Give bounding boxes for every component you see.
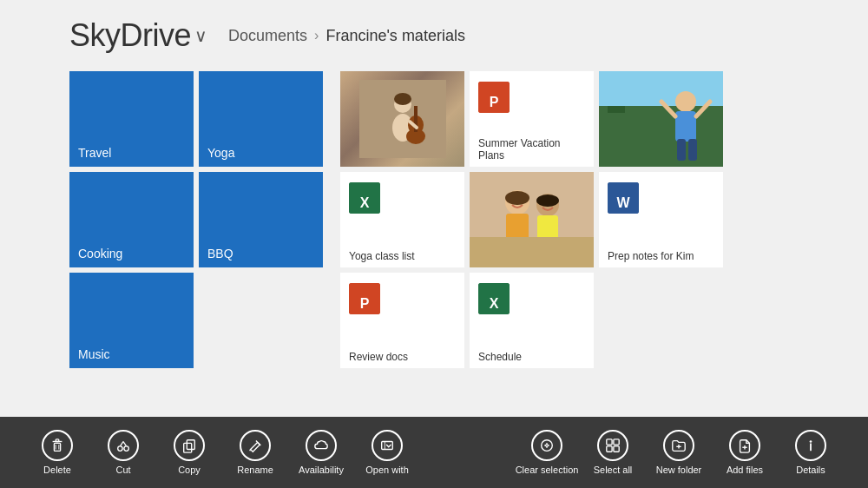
ppt-icon-2-svg: P <box>349 283 380 314</box>
folder-label: Travel <box>78 146 111 160</box>
women-photo-image <box>470 172 594 267</box>
ppt-icon-svg: P <box>478 82 510 113</box>
pencil-icon <box>240 430 271 461</box>
select-all-button[interactable]: Select all <box>582 423 644 482</box>
copy-icon <box>174 430 205 461</box>
folder-tile-yoga[interactable]: Yoga <box>199 71 323 167</box>
file-tile-yoga-class[interactable]: X Yoga class list <box>340 172 464 267</box>
file-name: Review docs <box>349 351 456 363</box>
svg-rect-50 <box>187 440 194 450</box>
breadcrumb: Documents › Francine's materials <box>228 27 465 45</box>
details-button[interactable]: Details <box>779 423 842 482</box>
cloud-icon <box>306 430 337 461</box>
toolbar: Delete Cut Copy <box>0 417 868 488</box>
svg-rect-60 <box>614 446 619 452</box>
svg-rect-57 <box>607 439 612 445</box>
add-files-button[interactable]: Add files <box>713 423 776 482</box>
svg-point-30 <box>505 191 529 205</box>
svg-line-49 <box>123 442 127 446</box>
folder-tile-music[interactable]: Music <box>69 273 194 368</box>
cloud-icon-svg <box>313 438 329 453</box>
folder-label: BBQ <box>207 247 233 260</box>
copy-label: Copy <box>178 465 201 475</box>
svg-rect-43 <box>56 439 59 442</box>
svg-rect-59 <box>607 446 612 452</box>
copy-button[interactable]: Copy <box>158 423 220 482</box>
details-label: Details <box>796 465 825 475</box>
scissors-icon-svg <box>115 438 131 453</box>
clear-selection-button[interactable]: Clear selection <box>516 423 578 482</box>
open-with-button[interactable]: Open with <box>356 423 418 482</box>
breadcrumb-parent[interactable]: Documents <box>228 27 307 45</box>
svg-point-56 <box>542 440 553 452</box>
selectall-icon-svg <box>605 438 621 453</box>
scissors-icon <box>108 430 139 461</box>
folder-tile-cooking[interactable]: Cooking <box>69 172 194 267</box>
svg-rect-22 <box>677 139 686 161</box>
svg-text:P: P <box>490 95 499 109</box>
file-tile-photo-guitar[interactable] <box>340 71 464 167</box>
availability-button[interactable]: Availability <box>290 423 352 482</box>
trash-icon-svg <box>49 438 65 453</box>
file-name: Schedule <box>478 351 585 363</box>
openwith-icon <box>372 430 403 461</box>
svg-point-6 <box>394 93 411 105</box>
app-title-caret[interactable]: ∨ <box>194 25 207 46</box>
app-title[interactable]: SkyDrive <box>69 17 191 54</box>
availability-label: Availability <box>299 465 344 475</box>
svg-text:P: P <box>360 296 370 311</box>
ppt-icon: P <box>478 82 510 113</box>
addfiles-icon-svg <box>737 438 753 453</box>
toolbar-group-right: Clear selection Select all <box>516 423 842 482</box>
svg-point-65 <box>810 440 812 443</box>
cut-label: Cut <box>115 465 130 475</box>
file-tile-schedule[interactable]: X Schedule <box>470 273 594 368</box>
newfolder-icon-svg <box>671 438 687 453</box>
folder-label: Cooking <box>78 247 122 260</box>
rename-button[interactable]: Rename <box>224 423 286 482</box>
svg-text:W: W <box>616 195 630 210</box>
copy-icon-svg <box>181 438 197 453</box>
svg-rect-19 <box>675 111 696 142</box>
addfiles-icon <box>729 430 760 461</box>
svg-rect-41 <box>54 443 60 451</box>
file-tile-prep-notes[interactable]: W Prep notes for Kim <box>599 172 723 267</box>
new-folder-button[interactable]: New folder <box>648 423 710 482</box>
open-with-label: Open with <box>365 465 409 475</box>
newfolder-icon <box>663 430 694 461</box>
select-all-label: Select all <box>594 465 633 475</box>
file-tile-photo-garden[interactable] <box>599 71 723 167</box>
breadcrumb-separator: › <box>314 28 319 43</box>
selectall-icon <box>597 430 628 461</box>
svg-rect-58 <box>614 439 619 445</box>
file-tile-review-docs[interactable]: P Review docs <box>340 273 464 368</box>
ppt-icon-2: P <box>349 283 380 314</box>
svg-text:X: X <box>360 195 370 210</box>
svg-point-46 <box>118 446 122 451</box>
cut-button[interactable]: Cut <box>92 423 155 482</box>
add-files-label: Add files <box>727 465 763 475</box>
rename-label: Rename <box>237 465 273 475</box>
delete-button[interactable]: Delete <box>26 423 89 482</box>
xls-icon-2: X <box>478 283 510 314</box>
xls-icon-2-svg: X <box>478 283 510 314</box>
svg-line-53 <box>250 450 251 452</box>
svg-point-47 <box>124 446 128 451</box>
file-tile-empty <box>599 273 723 368</box>
svg-rect-23 <box>688 139 697 161</box>
header: SkyDrive ∨ Documents › Francine's materi… <box>0 0 868 63</box>
file-tile-summer-vacation[interactable]: P Summer Vacation Plans <box>470 71 594 167</box>
file-tile-photo-women[interactable] <box>470 172 594 267</box>
clear-icon-svg <box>539 438 555 453</box>
trash-icon <box>42 430 73 461</box>
clear-selection-label: Clear selection <box>516 465 579 475</box>
doc-icon-svg: W <box>608 182 639 214</box>
svg-rect-34 <box>470 237 594 267</box>
garden-person-image <box>599 71 723 167</box>
guitar-person-image <box>359 80 446 158</box>
folder-tile-travel[interactable]: Travel <box>69 71 194 167</box>
folder-tile-bbq[interactable]: BBQ <box>199 172 323 267</box>
svg-point-33 <box>536 195 559 207</box>
new-folder-label: New folder <box>656 465 702 475</box>
svg-point-18 <box>675 91 696 112</box>
